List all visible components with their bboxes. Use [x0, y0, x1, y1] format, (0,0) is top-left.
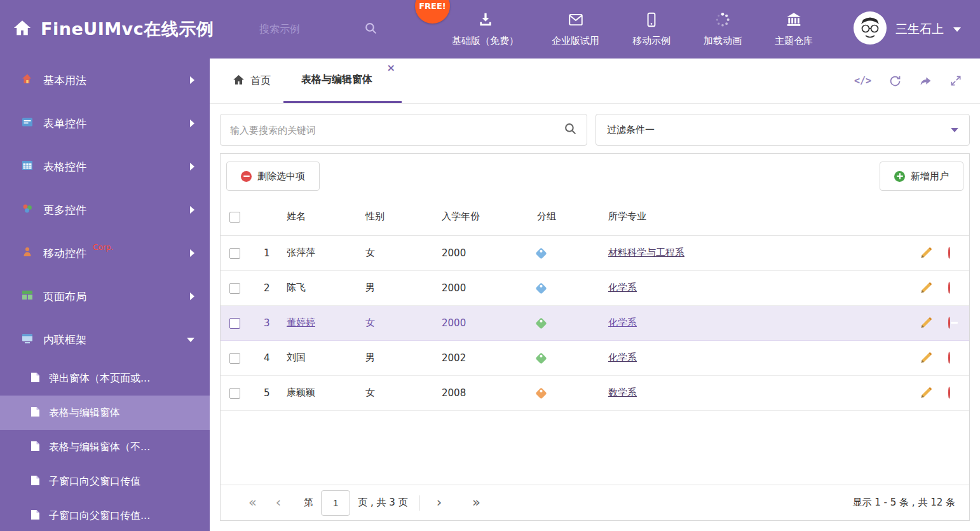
edit-icon[interactable]	[920, 247, 932, 259]
sidebar-item-label: 表单控件	[43, 116, 86, 131]
sidebar-subitem-grid-edit-window[interactable]: 表格与编辑窗体	[0, 396, 210, 430]
sidebar-item-page-layout[interactable]: 页面布局	[0, 275, 210, 318]
row-number: 5	[250, 375, 273, 410]
chevron-down-icon	[953, 27, 961, 32]
delete-icon[interactable]	[948, 247, 950, 259]
nav-label: 加载动画	[704, 35, 742, 47]
sidebar-subitem-popup-window[interactable]: 弹出窗体（本页面或...	[0, 361, 210, 396]
major-link[interactable]: 化学系	[608, 317, 637, 328]
pagination-bar: « ‹ 第 页 , 共 3 页 › » 显示 1 - 5 条 , 共 12 条	[221, 485, 969, 520]
close-icon[interactable]: ×	[387, 63, 395, 73]
table-row[interactable]: 1 张萍萍 女 2000 材料科学与工程系	[221, 235, 969, 270]
add-user-button[interactable]: 新增用户	[880, 162, 963, 191]
sidebar: 基本用法 表单控件 表格控件 更多控件 移动控件 Corp. 页面布局 内联框架…	[0, 59, 210, 531]
nav-item-loading-animations[interactable]: 加载动画	[687, 11, 758, 47]
sidebar-subitem-child-to-parent[interactable]: 子窗口向父窗口传值	[0, 464, 210, 499]
edit-icon[interactable]	[920, 352, 932, 364]
edit-icon[interactable]	[920, 282, 932, 294]
user-name[interactable]: 三生石上	[895, 21, 944, 38]
house-icon	[22, 73, 33, 87]
table-row-selected[interactable]: 3 董婷婷 女 2000 化学系	[221, 305, 969, 340]
app-title: FineUIMvc在线示例	[41, 18, 214, 41]
page-number-input[interactable]	[321, 490, 350, 516]
next-page-button[interactable]: ›	[437, 496, 442, 509]
row-checkbox[interactable]	[229, 283, 240, 294]
edit-icon[interactable]	[920, 317, 932, 329]
nav-item-theme-repository[interactable]: 主题仓库	[758, 11, 829, 47]
sidebar-subitem-label: 表格与编辑窗体	[49, 406, 120, 420]
refresh-icon[interactable]	[888, 74, 902, 88]
major-link[interactable]: 化学系	[608, 282, 637, 293]
chevron-right-icon	[190, 206, 194, 214]
sidebar-subitem-label: 子窗口向父窗口传值...	[49, 509, 150, 523]
first-page-button[interactable]: «	[248, 496, 257, 509]
delete-icon[interactable]	[948, 317, 950, 329]
grid-panel: 删除选中项 新增用户 姓名 性别 入学年份 分组 所学专业	[220, 153, 970, 521]
delete-icon[interactable]	[948, 282, 950, 294]
search-icon[interactable]	[364, 22, 378, 38]
major-link[interactable]: 化学系	[608, 352, 637, 363]
row-number: 4	[250, 340, 273, 375]
add-button-label: 新增用户	[911, 170, 949, 183]
corp-badge: Corp.	[93, 231, 113, 252]
nav-item-mobile-demo[interactable]: 移动示例	[616, 11, 687, 47]
keyword-search[interactable]	[220, 114, 587, 146]
share-icon[interactable]	[919, 74, 932, 88]
prev-page-button[interactable]: ‹	[276, 496, 281, 509]
avatar[interactable]	[853, 11, 887, 48]
sidebar-item-label: 更多控件	[43, 203, 86, 217]
minus-icon	[241, 171, 252, 182]
student-name: 康颖颖	[273, 375, 351, 410]
major-link[interactable]: 数学系	[608, 387, 637, 398]
table-row[interactable]: 2 陈飞 男 2000 化学系	[221, 270, 969, 305]
delete-icon[interactable]	[948, 352, 950, 364]
home-icon	[233, 74, 245, 88]
user-menu[interactable]: 三生石上	[853, 11, 980, 48]
row-checkbox[interactable]	[229, 318, 240, 329]
sidebar-item-form-controls[interactable]: 表单控件	[0, 102, 210, 145]
sidebar-item-grid-controls[interactable]: 表格控件	[0, 145, 210, 188]
row-checkbox[interactable]	[229, 388, 240, 399]
tab-grid-edit-window[interactable]: 表格与编辑窗体 ×	[283, 59, 402, 103]
sidebar-subitem-child-to-parent-2[interactable]: 子窗口向父窗口传值...	[0, 499, 210, 531]
sidebar-item-label: 页面布局	[43, 289, 86, 304]
sidebar-item-mobile-controls[interactable]: 移动控件 Corp.	[0, 231, 210, 275]
keyword-search-input[interactable]	[230, 125, 564, 135]
sidebar-item-more-controls[interactable]: 更多控件	[0, 188, 210, 231]
sidebar-item-basic-usage[interactable]: 基本用法	[0, 59, 210, 102]
edit-icon[interactable]	[920, 387, 932, 399]
nav-item-basic-free[interactable]: FREE! 基础版（免费）	[435, 11, 535, 47]
widgets-icon	[22, 203, 33, 217]
header-search[interactable]	[259, 22, 396, 38]
student-name: 张萍萍	[273, 235, 351, 270]
tab-home[interactable]: 首页	[220, 59, 283, 103]
table-row[interactable]: 4 刘国 男 2002 化学系	[221, 340, 969, 375]
person-icon	[22, 246, 33, 260]
delete-selected-button[interactable]: 删除选中项	[226, 162, 320, 191]
search-icon[interactable]	[564, 122, 577, 138]
row-checkbox[interactable]	[229, 353, 240, 364]
view-source-icon[interactable]: </>	[854, 75, 871, 86]
bank-icon	[786, 11, 802, 31]
nav-label: 企业版试用	[552, 35, 599, 47]
student-name[interactable]: 董婷婷	[287, 317, 315, 328]
last-page-button[interactable]: »	[472, 496, 480, 509]
sidebar-item-inline-frame[interactable]: 内联框架	[0, 318, 210, 361]
row-number: 1	[250, 235, 273, 270]
delete-icon[interactable]	[948, 387, 950, 399]
col-gender: 性别	[351, 198, 428, 235]
student-gender: 女	[351, 375, 428, 410]
filter-dropdown[interactable]: 过滤条件一	[595, 114, 970, 146]
header-search-input[interactable]	[259, 24, 364, 35]
student-gender: 女	[351, 235, 428, 270]
expand-icon[interactable]	[949, 74, 962, 87]
select-all-checkbox[interactable]	[229, 212, 240, 223]
nav-item-enterprise-trial[interactable]: 企业版试用	[535, 11, 616, 47]
plus-icon	[894, 171, 905, 182]
file-icon	[31, 509, 40, 523]
major-link[interactable]: 材料科学与工程系	[608, 247, 684, 258]
table-row[interactable]: 5 康颖颖 女 2008 数学系	[221, 375, 969, 410]
brand[interactable]: FineUIMvc在线示例	[0, 18, 259, 41]
row-checkbox[interactable]	[229, 248, 240, 259]
sidebar-subitem-grid-edit-window-2[interactable]: 表格与编辑窗体（不...	[0, 430, 210, 464]
